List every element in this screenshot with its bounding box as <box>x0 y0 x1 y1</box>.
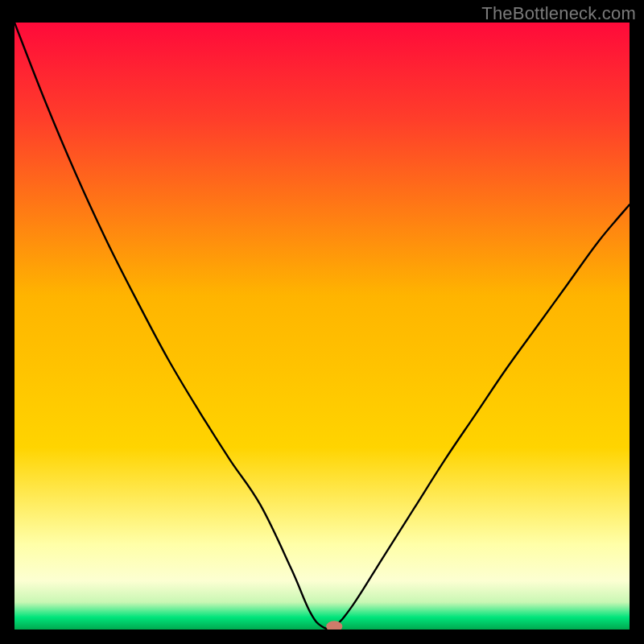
watermark-text: TheBottleneck.com <box>481 3 636 24</box>
chart-frame: TheBottleneck.com <box>0 0 644 644</box>
bottleneck-plot <box>14 23 630 630</box>
plot-svg <box>14 23 630 630</box>
